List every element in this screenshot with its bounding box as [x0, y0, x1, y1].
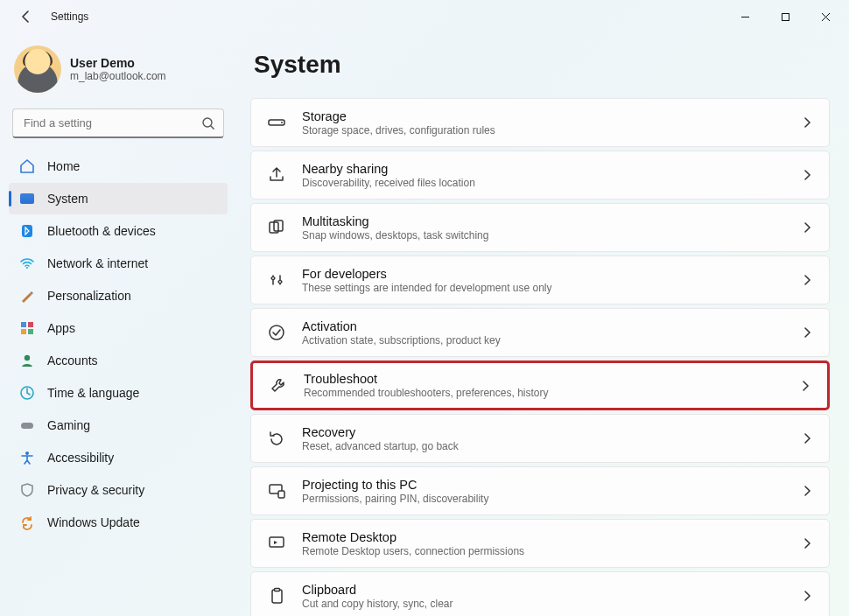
svg-rect-20 — [278, 491, 284, 498]
sidebar-item-windows-update[interactable]: Windows Update — [9, 507, 228, 538]
chevron-right-icon — [801, 432, 813, 444]
sidebar-item-privacy[interactable]: Privacy & security — [9, 474, 228, 506]
close-button[interactable] — [805, 3, 845, 31]
sidebar-item-label: Privacy & security — [47, 483, 144, 497]
svg-point-3 — [26, 267, 28, 269]
card-troubleshoot[interactable]: TroubleshootRecommended troubleshooters,… — [250, 360, 830, 410]
sidebar-item-label: Personalization — [47, 289, 131, 303]
card-activation[interactable]: ActivationActivation state, subscription… — [250, 308, 830, 357]
card-sub: Permissions, pairing PIN, discoverabilit… — [302, 493, 785, 505]
brush-icon — [19, 288, 35, 304]
sidebar-item-network[interactable]: Network & internet — [9, 248, 228, 279]
maximize-button[interactable] — [765, 3, 805, 31]
sidebar-item-personalization[interactable]: Personalization — [9, 280, 228, 312]
svg-point-1 — [203, 118, 212, 127]
sidebar-item-system[interactable]: System — [9, 183, 228, 214]
sidebar-item-accessibility[interactable]: Accessibility — [9, 442, 228, 473]
card-sub: Storage space, drives, configuration rul… — [302, 124, 785, 136]
card-for-developers[interactable]: For developersThese settings are intende… — [250, 256, 830, 304]
card-sub: Snap windows, desktops, task switching — [302, 229, 785, 242]
user-name: User Demo — [70, 56, 166, 70]
clipboard-icon — [267, 586, 286, 606]
project-icon — [267, 481, 286, 500]
page-title: System — [254, 51, 830, 79]
card-sub: Recommended troubleshooters, preferences… — [304, 387, 783, 399]
card-sub: Reset, advanced startup, go back — [302, 440, 785, 452]
search-icon — [201, 116, 215, 130]
card-recovery[interactable]: RecoveryReset, advanced startup, go back — [250, 414, 830, 463]
chevron-right-icon — [801, 116, 813, 129]
storage-icon — [267, 113, 286, 132]
card-title: For developers — [302, 267, 785, 281]
sidebar-item-label: Bluetooth & devices — [47, 224, 156, 238]
svg-rect-2 — [22, 225, 32, 237]
sidebar-item-label: System — [47, 192, 88, 206]
svg-point-11 — [25, 452, 29, 455]
svg-rect-6 — [21, 329, 26, 334]
card-title: Clipboard — [302, 583, 785, 597]
wrench-icon — [269, 376, 288, 396]
sidebar-item-label: Apps — [47, 321, 75, 335]
sidebar-item-bluetooth[interactable]: Bluetooth & devices — [9, 215, 228, 247]
sidebar-item-home[interactable]: Home — [9, 150, 228, 182]
sidebar-item-accounts[interactable]: Accounts — [9, 345, 228, 376]
sidebar-item-label: Network & internet — [47, 256, 148, 270]
person-icon — [19, 353, 35, 368]
main-content: System StorageStorage space, drives, con… — [235, 33, 849, 616]
card-title: Troubleshoot — [304, 372, 783, 386]
chevron-right-icon — [801, 326, 813, 339]
user-block[interactable]: User Demo m_lab@outlook.com — [9, 42, 228, 108]
svg-point-13 — [281, 122, 283, 123]
card-sub: These settings are intended for developm… — [302, 282, 785, 294]
home-icon — [19, 158, 35, 174]
chevron-right-icon — [801, 221, 813, 234]
card-remote-desktop[interactable]: Remote DesktopRemote Desktop users, conn… — [250, 519, 830, 568]
share-icon — [267, 165, 286, 185]
svg-rect-10 — [21, 423, 33, 429]
chevron-right-icon — [801, 274, 813, 286]
system-icon — [19, 191, 35, 206]
window-controls — [725, 3, 845, 31]
user-email: m_lab@outlook.com — [70, 70, 166, 82]
svg-rect-23 — [275, 589, 280, 592]
sidebar-item-label: Time & language — [47, 386, 139, 400]
back-button[interactable] — [18, 8, 35, 25]
svg-point-18 — [270, 326, 284, 340]
card-multitasking[interactable]: MultitaskingSnap windows, desktops, task… — [250, 203, 830, 252]
card-title: Storage — [302, 109, 785, 123]
card-sub: Discoverability, received files location — [302, 177, 785, 189]
svg-point-16 — [271, 276, 274, 279]
svg-point-17 — [278, 280, 281, 283]
card-sub: Activation state, subscriptions, product… — [302, 334, 785, 346]
bluetooth-icon — [19, 223, 35, 239]
shield-icon — [19, 482, 35, 498]
window-title: Settings — [51, 10, 88, 23]
check-circle-icon — [267, 323, 286, 342]
card-title: Projecting to this PC — [302, 478, 785, 492]
wifi-icon — [19, 256, 35, 271]
accessibility-icon — [19, 450, 35, 466]
card-sub: Remote Desktop users, connection permiss… — [302, 545, 785, 557]
sidebar-item-gaming[interactable]: Gaming — [9, 410, 228, 441]
minimize-button[interactable] — [725, 3, 765, 31]
avatar — [14, 46, 61, 93]
gamepad-icon — [19, 417, 35, 433]
card-nearby-sharing[interactable]: Nearby sharingDiscoverability, received … — [250, 150, 830, 200]
sidebar-item-label: Accounts — [47, 354, 98, 368]
sidebar-item-time-language[interactable]: Time & language — [9, 377, 228, 409]
developer-icon — [267, 270, 286, 290]
card-clipboard[interactable]: ClipboardCut and copy history, sync, cle… — [250, 571, 830, 616]
svg-rect-4 — [21, 322, 26, 327]
card-storage[interactable]: StorageStorage space, drives, configurat… — [250, 98, 830, 147]
svg-point-8 — [25, 355, 30, 360]
card-title: Remote Desktop — [302, 530, 785, 544]
chevron-right-icon — [801, 485, 813, 497]
search-input[interactable] — [12, 108, 224, 138]
sidebar-item-apps[interactable]: Apps — [9, 312, 228, 344]
apps-icon — [19, 320, 35, 336]
recovery-icon — [267, 429, 286, 448]
settings-list: StorageStorage space, drives, configurat… — [250, 98, 830, 616]
chevron-right-icon — [801, 169, 813, 181]
card-title: Activation — [302, 319, 785, 333]
card-projecting[interactable]: Projecting to this PCPermissions, pairin… — [250, 466, 830, 515]
